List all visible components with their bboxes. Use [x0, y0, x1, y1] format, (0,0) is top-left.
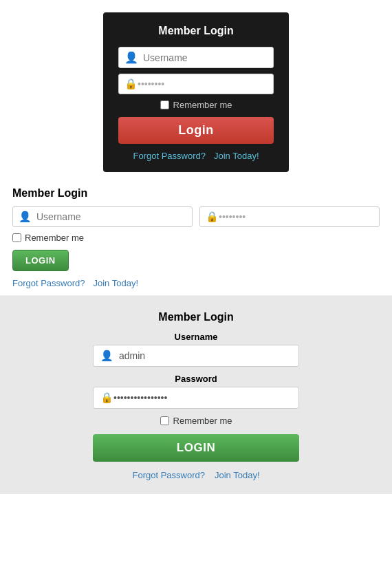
- user-icon: 👤: [124, 51, 138, 64]
- grey-login-widget: Member Login Username 👤 Password 🔒 Remem…: [0, 296, 392, 494]
- grey-join-link[interactable]: Join Today!: [215, 470, 260, 480]
- grey-login-button[interactable]: LOGIN: [93, 434, 299, 462]
- inline-login-button[interactable]: LOGIN: [12, 250, 69, 271]
- user-icon-3: 👤: [100, 350, 113, 362]
- grey-username-input[interactable]: [119, 350, 292, 361]
- user-icon-2: 👤: [19, 211, 32, 223]
- dark-remember-checkbox[interactable]: [160, 100, 169, 109]
- dark-login-widget: Member Login 👤 🔒 Remember me Login Forgo…: [103, 12, 289, 172]
- grey-username-wrap: 👤: [93, 345, 299, 367]
- grey-remember-checkbox[interactable]: [160, 416, 169, 425]
- dark-username-input[interactable]: [143, 52, 268, 63]
- inline-widget-title: Member Login: [12, 187, 380, 200]
- inline-password-wrap: 🔒: [199, 206, 380, 227]
- lock-icon-3: 🔒: [100, 392, 113, 404]
- dark-join-link[interactable]: Join Today!: [214, 151, 259, 161]
- inline-password-input[interactable]: [219, 211, 373, 222]
- dark-widget-title: Member Login: [118, 25, 274, 37]
- dark-links-row: Forgot Password? Join Today!: [118, 151, 274, 161]
- grey-remember-label: Remember me: [173, 416, 232, 426]
- lock-icon: 🔒: [124, 78, 138, 90]
- grey-remember-row: Remember me: [93, 416, 299, 426]
- dark-password-input[interactable]: [138, 78, 268, 89]
- dark-password-wrap: 🔒: [118, 74, 274, 94]
- inline-username-wrap: 👤: [12, 206, 193, 227]
- inline-forgot-link[interactable]: Forgot Password?: [12, 278, 85, 288]
- grey-password-input[interactable]: [113, 392, 292, 403]
- grey-username-label: Username: [93, 332, 299, 342]
- grey-inner: Member Login Username 👤 Password 🔒 Remem…: [93, 311, 299, 480]
- inline-links-row: Forgot Password? Join Today!: [12, 278, 380, 288]
- dark-remember-label: Remember me: [173, 100, 232, 110]
- dark-login-button[interactable]: Login: [118, 117, 274, 144]
- inline-fields-row: 👤 🔒: [12, 206, 380, 227]
- grey-password-wrap: 🔒: [93, 387, 299, 409]
- dark-forgot-link[interactable]: Forgot Password?: [133, 151, 206, 161]
- inline-remember-row: Remember me: [12, 233, 380, 243]
- dark-username-wrap: 👤: [118, 47, 274, 68]
- inline-join-link[interactable]: Join Today!: [94, 278, 139, 288]
- inline-remember-label: Remember me: [25, 233, 84, 243]
- grey-password-label: Password: [93, 374, 299, 384]
- grey-widget-title: Member Login: [93, 311, 299, 323]
- inline-remember-checkbox[interactable]: [12, 233, 21, 242]
- inline-login-widget: Member Login 👤 🔒 Remember me LOGIN Forgo…: [0, 172, 392, 296]
- inline-username-input[interactable]: [36, 211, 186, 222]
- lock-icon-2: 🔒: [206, 211, 219, 223]
- grey-forgot-link[interactable]: Forgot Password?: [132, 470, 205, 480]
- grey-links-row: Forgot Password? Join Today!: [93, 470, 299, 480]
- dark-remember-row: Remember me: [118, 100, 274, 110]
